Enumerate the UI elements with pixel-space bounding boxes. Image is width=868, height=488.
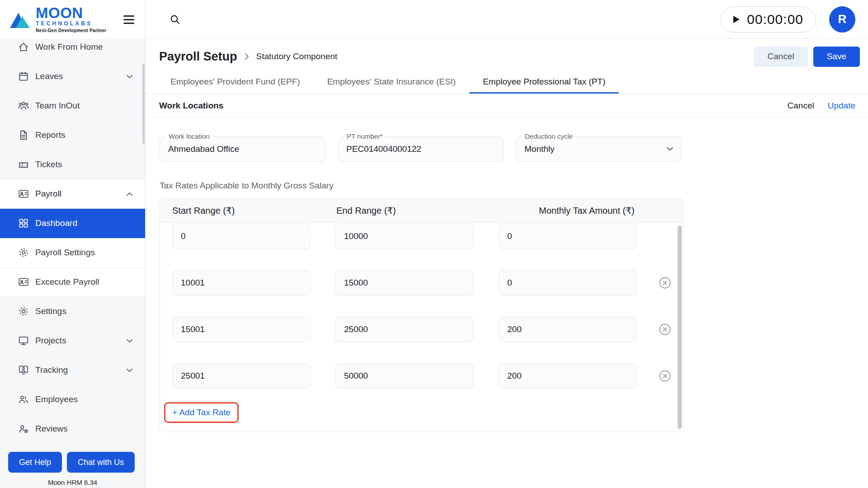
page-title: Payroll Setup bbox=[159, 50, 237, 64]
work-location-value: Ahmedabad Office bbox=[160, 137, 325, 161]
remove-row-icon[interactable] bbox=[658, 369, 672, 383]
timer-value: 00:00:00 bbox=[747, 12, 803, 27]
work-locations-update-link[interactable]: Update bbox=[828, 101, 855, 111]
chevron-down-icon bbox=[667, 147, 673, 151]
monthly-tax-input[interactable] bbox=[499, 224, 637, 249]
pt-number-field[interactable]: PT number* PEC014004000122 bbox=[338, 136, 504, 162]
work-locations-actions: Cancel Update bbox=[788, 101, 855, 111]
end-range-input[interactable] bbox=[335, 363, 474, 389]
table-row bbox=[160, 317, 683, 342]
chevron-down-icon bbox=[127, 75, 132, 79]
chat-with-us-button[interactable]: Chat with Us bbox=[67, 452, 135, 473]
sidebar-item-work-from-home[interactable]: Work From Home bbox=[0, 39, 145, 62]
hamburger-menu-icon[interactable] bbox=[122, 14, 136, 26]
sidebar-item-projects[interactable]: Projects bbox=[0, 326, 145, 356]
tax-rate-table: Start Range (₹) End Range (₹) Monthly Ta… bbox=[160, 198, 684, 432]
sidebar-item-label: Excecute Payroll bbox=[35, 277, 99, 287]
cancel-button[interactable]: Cancel bbox=[754, 47, 808, 67]
sidebar-item-label: Payroll bbox=[35, 189, 61, 199]
work-location-label: Work location bbox=[166, 132, 212, 140]
sidebar-item-label: Reports bbox=[35, 130, 66, 140]
sidebar-item-leaves[interactable]: Leaves bbox=[0, 62, 145, 91]
column-header-start-range: Start Range (₹) bbox=[172, 198, 235, 223]
form-fields: Work location Ahmedabad Office PT number… bbox=[160, 136, 868, 162]
brand-logo[interactable]: MOON TECHNOLABS Next-Gen Development Par… bbox=[8, 6, 106, 33]
sidebar-item-reviews[interactable]: Reviews bbox=[0, 414, 145, 444]
brand-name: MOON bbox=[36, 6, 106, 20]
dashboard-grid-icon bbox=[18, 217, 29, 229]
add-tax-rate-button[interactable]: + Add Tax Rate bbox=[172, 408, 231, 418]
tab-esi[interactable]: Employees' State Insurance (ESI) bbox=[314, 70, 470, 94]
topbar: 00:00:00 R bbox=[146, 0, 868, 39]
start-range-input[interactable] bbox=[172, 317, 311, 342]
start-range-input[interactable] bbox=[172, 363, 311, 389]
sidebar-item-payroll-settings[interactable]: Payroll Settings bbox=[0, 238, 145, 267]
sidebar-item-dashboard[interactable]: Dashboard bbox=[0, 209, 145, 238]
sidebar-item-employees[interactable]: Employees bbox=[0, 385, 145, 414]
chevron-down-icon bbox=[127, 368, 132, 372]
report-icon bbox=[18, 129, 29, 141]
ticket-icon bbox=[18, 159, 29, 170]
app-root: MOON TECHNOLABS Next-Gen Development Par… bbox=[0, 0, 868, 488]
deduction-cycle-value: Monthly bbox=[516, 137, 681, 161]
play-icon[interactable] bbox=[733, 15, 740, 23]
deduction-cycle-label: Deduction cycle bbox=[523, 132, 575, 140]
work-location-field[interactable]: Work location Ahmedabad Office bbox=[160, 136, 326, 162]
start-range-input[interactable] bbox=[172, 270, 311, 296]
table-body: + Add Tax Rate bbox=[160, 223, 683, 432]
sidebar-item-tracking[interactable]: Tracking bbox=[0, 356, 145, 385]
search-icon[interactable] bbox=[169, 14, 181, 25]
tracking-icon bbox=[18, 364, 29, 376]
column-header-monthly-tax: Monthly Tax Amount (₹) bbox=[539, 198, 634, 223]
payroll-card-icon bbox=[18, 276, 29, 288]
end-range-input[interactable] bbox=[335, 224, 474, 249]
sidebar-item-label: Tickets bbox=[35, 160, 62, 169]
calendar-icon bbox=[18, 70, 29, 82]
page-header: Payroll Setup Statutory Component Cancel… bbox=[146, 39, 868, 70]
brand-tagline: Next-Gen Development Partner bbox=[36, 28, 106, 33]
sidebar-item-label: Work From Home bbox=[35, 42, 103, 52]
breadcrumb: Statutory Component bbox=[256, 52, 338, 61]
sidebar-item-execute-payroll[interactable]: Excecute Payroll bbox=[0, 267, 145, 297]
sidebar-item-label: Tracking bbox=[35, 365, 68, 375]
sidebar-item-payroll[interactable]: Payroll bbox=[0, 179, 145, 209]
end-range-input[interactable] bbox=[335, 317, 474, 342]
sidebar-item-label: Team InOut bbox=[35, 101, 80, 111]
remove-row-icon[interactable] bbox=[658, 322, 672, 337]
app-version: Moon HRM 6.34 bbox=[0, 479, 145, 488]
brand-subname: TECHNOLABS bbox=[36, 20, 106, 27]
start-range-input[interactable] bbox=[172, 224, 311, 249]
work-locations-title: Work Locations bbox=[159, 101, 223, 111]
sidebar: MOON TECHNOLABS Next-Gen Development Par… bbox=[0, 0, 146, 488]
timer-widget[interactable]: 00:00:00 bbox=[721, 6, 816, 33]
sidebar-item-settings[interactable]: Settings bbox=[0, 297, 145, 326]
end-range-input[interactable] bbox=[335, 270, 474, 296]
moon-logo-icon bbox=[8, 9, 32, 30]
table-row bbox=[160, 224, 683, 249]
sidebar-item-team-inout[interactable]: Team InOut bbox=[0, 91, 145, 121]
monthly-tax-input[interactable] bbox=[499, 363, 637, 389]
gear-icon bbox=[18, 305, 29, 317]
get-help-button[interactable]: Get Help bbox=[8, 452, 62, 473]
monthly-tax-input[interactable] bbox=[499, 270, 637, 296]
sidebar-item-label: Employees bbox=[35, 394, 78, 404]
tab-bar: Employees' Provident Fund (EPF) Employee… bbox=[146, 70, 868, 94]
monthly-tax-input[interactable] bbox=[499, 317, 637, 342]
avatar[interactable]: R bbox=[829, 6, 855, 33]
table-row bbox=[160, 363, 683, 389]
sidebar-item-label: Projects bbox=[35, 336, 66, 346]
table-scrollbar[interactable] bbox=[678, 225, 682, 429]
tab-epf[interactable]: Employees' Provident Fund (EPF) bbox=[157, 70, 314, 94]
sidebar-scrollbar[interactable] bbox=[142, 64, 145, 144]
pt-number-label: PT number* bbox=[344, 132, 385, 140]
sidebar-item-reports[interactable]: Reports bbox=[0, 121, 145, 150]
pt-number-value: PEC014004000122 bbox=[338, 137, 503, 161]
remove-row-icon[interactable] bbox=[658, 276, 672, 290]
deduction-cycle-select[interactable]: Deduction cycle Monthly bbox=[516, 136, 682, 162]
sidebar-header: MOON TECHNOLABS Next-Gen Development Par… bbox=[0, 0, 145, 39]
payroll-card-icon bbox=[18, 188, 29, 200]
sidebar-item-tickets[interactable]: Tickets bbox=[0, 150, 145, 179]
tab-pt[interactable]: Employee Professional Tax (PT) bbox=[469, 70, 619, 94]
work-locations-cancel-link[interactable]: Cancel bbox=[788, 101, 814, 111]
save-button[interactable]: Save bbox=[813, 47, 860, 67]
